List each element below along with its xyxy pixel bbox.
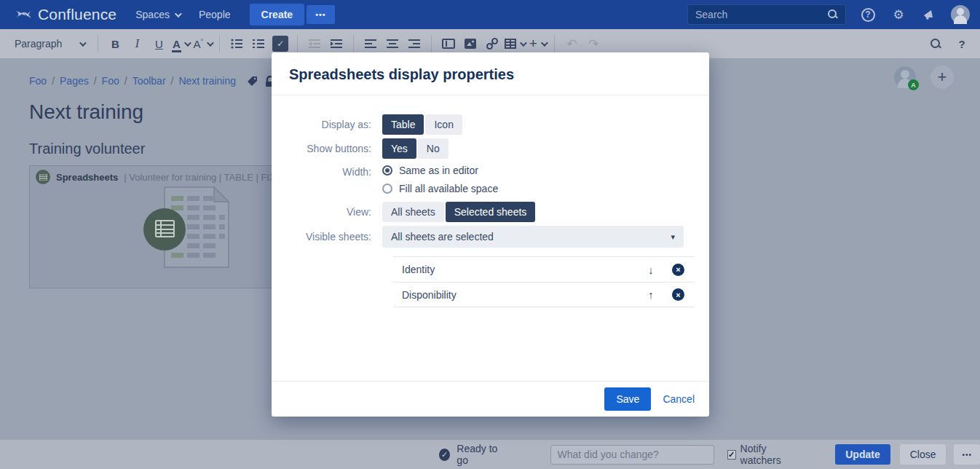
- breadcrumb-item[interactable]: Foo: [102, 75, 119, 87]
- settings-button[interactable]: ⚙: [890, 6, 907, 23]
- remove-sheet-icon[interactable]: ×: [672, 288, 684, 301]
- visible-sheets-dropdown[interactable]: All sheets are selected ▾: [382, 226, 684, 248]
- width-fill-space-label: Fill all available space: [399, 183, 498, 194]
- page-layout-button[interactable]: [438, 33, 459, 55]
- megaphone-icon: [922, 9, 936, 20]
- formatting-more-button[interactable]: A°: [191, 33, 213, 55]
- change-comment-input[interactable]: [550, 445, 714, 465]
- search-input[interactable]: [695, 9, 828, 20]
- notify-checkbox[interactable]: ✓: [727, 450, 736, 460]
- spreadsheets-macro-block[interactable]: Spreadsheets | Volunteer for training | …: [29, 165, 293, 288]
- sheet-row-identity: Identity ↓ ×: [393, 256, 695, 282]
- task-list-icon: ✓: [272, 36, 288, 52]
- toolbar-separator: [353, 35, 354, 52]
- radio-unselected-icon[interactable]: [382, 184, 392, 194]
- move-up-icon[interactable]: ↑: [643, 288, 659, 301]
- italic-button[interactable]: I: [126, 33, 148, 55]
- align-left-icon: [365, 39, 376, 49]
- show-buttons-yes-button[interactable]: Yes: [382, 138, 416, 159]
- breadcrumb-item[interactable]: Pages: [60, 75, 89, 87]
- insert-image-button[interactable]: [459, 33, 481, 55]
- notify-watchers-label: Notify watchers: [740, 443, 804, 466]
- page-title[interactable]: Next training: [29, 100, 143, 124]
- add-contributor-button[interactable]: +: [930, 66, 954, 89]
- editor-search-button[interactable]: [925, 33, 947, 55]
- confluence-logo[interactable]: Confluence: [16, 6, 116, 23]
- notify-watchers[interactable]: ✓ Notify watchers: [727, 443, 804, 466]
- show-buttons-row: Show buttons: Yes No: [272, 138, 695, 159]
- breadcrumb-item[interactable]: Toolbar: [133, 75, 166, 87]
- paragraph-style-dropdown[interactable]: Paragraph: [7, 38, 92, 50]
- avatar-badge: A: [908, 79, 919, 90]
- update-button[interactable]: Update: [835, 444, 890, 465]
- text-color-button[interactable]: A: [170, 33, 191, 55]
- ready-status-label: Ready to go: [457, 443, 506, 466]
- indent-icon: [331, 39, 342, 49]
- table-icon: [505, 39, 516, 49]
- display-as-table-button[interactable]: Table: [382, 114, 424, 135]
- indent-button[interactable]: [325, 33, 347, 55]
- spreadsheet-preview-icon: [114, 181, 281, 280]
- create-button[interactable]: Create: [250, 4, 305, 25]
- radio-selected-icon[interactable]: [382, 165, 392, 176]
- outdent-icon: [309, 39, 320, 49]
- page-actions: A +: [894, 66, 954, 89]
- chevron-down-icon: [175, 10, 182, 17]
- width-same-as-editor-option[interactable]: Same as in editor: [382, 165, 498, 176]
- close-button[interactable]: Close: [900, 444, 947, 465]
- insert-table-button[interactable]: [503, 33, 526, 55]
- insert-more-button[interactable]: +: [526, 33, 548, 55]
- bullet-list-button[interactable]: [226, 33, 248, 55]
- cancel-button[interactable]: Cancel: [663, 393, 695, 405]
- dialog-header: Spreadsheets display properties: [272, 52, 709, 95]
- move-down-icon[interactable]: ↓: [643, 264, 659, 276]
- editor-help-button[interactable]: ?: [951, 33, 973, 55]
- insert-link-button[interactable]: [481, 33, 503, 55]
- status-more-button[interactable]: •••: [954, 444, 980, 465]
- align-right-button[interactable]: [403, 33, 425, 55]
- nav-search[interactable]: [687, 4, 846, 25]
- view-all-sheets-button[interactable]: All sheets: [382, 202, 444, 222]
- bullet-list-icon: [231, 39, 243, 49]
- nav-spaces[interactable]: Spaces: [135, 9, 180, 20]
- align-center-button[interactable]: [382, 33, 403, 55]
- redo-button: ↷: [582, 33, 604, 55]
- search-icon[interactable]: [828, 9, 838, 20]
- breadcrumb-item[interactable]: Foo: [29, 75, 47, 87]
- nav-people[interactable]: People: [199, 9, 231, 20]
- underline-button[interactable]: U: [148, 33, 170, 55]
- contributor-avatar[interactable]: A: [894, 66, 916, 88]
- announcements-button[interactable]: [920, 6, 938, 23]
- ready-status: ✓ Ready to go: [439, 443, 507, 466]
- brand-name[interactable]: Confluence: [38, 6, 116, 23]
- save-button[interactable]: Save: [604, 387, 651, 411]
- question-icon: ?: [958, 38, 965, 50]
- show-buttons-no-button[interactable]: No: [418, 138, 448, 159]
- display-as-icon-button[interactable]: Icon: [425, 114, 462, 135]
- help-button[interactable]: ?: [859, 6, 877, 23]
- redo-icon: ↷: [588, 36, 598, 52]
- display-as-row: Display as: Table Icon: [272, 114, 695, 135]
- task-list-button[interactable]: ✓: [269, 33, 291, 55]
- width-fill-space-option[interactable]: Fill all available space: [382, 183, 498, 194]
- align-left-button[interactable]: [360, 33, 382, 55]
- width-radio-group: Same as in editor Fill all available spa…: [382, 162, 498, 197]
- view-label: View:: [272, 206, 382, 218]
- breadcrumb: Foo / Pages / Foo / Toolbar / Next train…: [29, 75, 275, 87]
- view-selected-sheets-button[interactable]: Selected sheets: [446, 202, 536, 222]
- chevron-down-icon: [184, 39, 191, 47]
- sheet-row-disponibility: Disponibility ↑ ×: [393, 282, 695, 307]
- bold-button[interactable]: B: [104, 33, 126, 55]
- numbered-list-button[interactable]: [248, 33, 269, 55]
- width-label: Width:: [272, 162, 382, 178]
- remove-sheet-icon[interactable]: ×: [672, 264, 684, 276]
- macro-placeholder: [30, 188, 292, 275]
- nav-more-button[interactable]: •••: [307, 5, 335, 24]
- user-avatar[interactable]: [951, 5, 970, 24]
- page-layout-icon: [442, 39, 455, 49]
- section-heading[interactable]: Training volunteer: [29, 141, 145, 157]
- labels-tag-icon[interactable]: [247, 76, 258, 87]
- breadcrumb-item[interactable]: Next training: [178, 75, 236, 87]
- breadcrumb-separator: /: [52, 75, 55, 87]
- view-row: View: All sheets Selected sheets: [272, 202, 695, 222]
